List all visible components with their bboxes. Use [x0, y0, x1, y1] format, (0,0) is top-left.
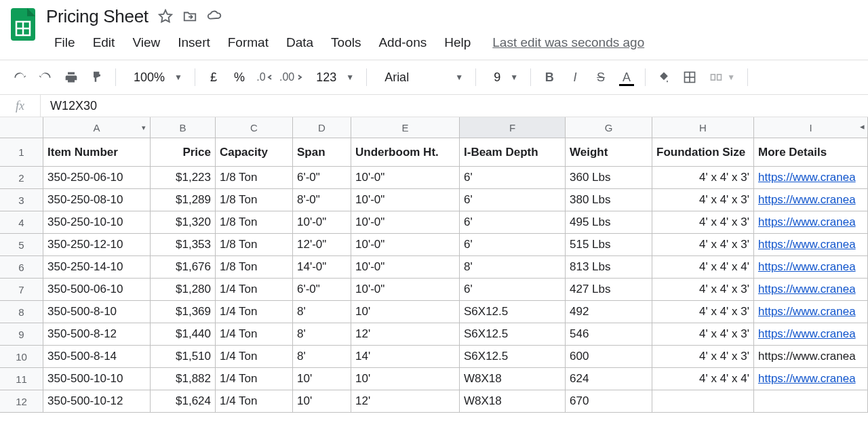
cell[interactable]: Foundation Size [652, 138, 754, 166]
menu-format[interactable]: Format [220, 31, 277, 54]
menu-tools[interactable]: Tools [323, 31, 369, 54]
cell[interactable]: 6'-0" [293, 279, 351, 300]
cell[interactable]: $1,353 [151, 234, 216, 255]
cell[interactable]: 4' x 4' x 4' [652, 256, 754, 278]
fill-color-button[interactable] [652, 66, 675, 89]
redo-button[interactable] [34, 66, 57, 89]
menu-file[interactable]: File [46, 31, 83, 54]
cell-link[interactable]: https://www.cranea [754, 256, 868, 278]
cell[interactable]: 1/4 Ton [216, 346, 293, 367]
cell[interactable]: 813 Lbs [566, 256, 652, 278]
cell-link[interactable] [754, 390, 868, 412]
cell[interactable]: 10'-0" [351, 211, 460, 233]
cell[interactable]: 4' x 4' x 3' [652, 234, 754, 255]
menu-addons[interactable]: Add-ons [370, 31, 435, 54]
cell[interactable]: 350-500-8-14 [43, 346, 151, 367]
cell[interactable]: 6'-0" [293, 167, 351, 188]
cell[interactable]: 624 [566, 368, 652, 390]
col-header-i[interactable]: I◂ [754, 117, 868, 138]
cell[interactable]: 1/4 Ton [216, 390, 293, 412]
cell[interactable]: 4' x 4' x 3' [652, 189, 754, 211]
cell[interactable]: $1,280 [151, 279, 216, 300]
row-header[interactable]: 6 [0, 256, 43, 278]
cell[interactable]: 546 [566, 323, 652, 345]
row-header[interactable]: 1 [0, 138, 43, 166]
document-title[interactable]: Pricing Sheet [46, 6, 149, 27]
cell[interactable]: 670 [566, 390, 652, 412]
cell[interactable]: 360 Lbs [566, 167, 652, 188]
cloud-status-icon[interactable] [207, 9, 222, 24]
cell[interactable]: 1/8 Ton [216, 189, 293, 211]
cell-link[interactable]: https://www.cranea [754, 279, 868, 300]
last-edit-link[interactable]: Last edit was seconds ago [492, 35, 644, 50]
cell-link[interactable]: https://www.cranea [754, 323, 868, 345]
cell[interactable]: 1/8 Ton [216, 211, 293, 233]
cell[interactable]: W8X18 [460, 390, 566, 412]
cell[interactable]: 8' [293, 301, 351, 323]
cell[interactable]: 4' x 4' x 4' [652, 368, 754, 390]
row-header[interactable]: 4 [0, 211, 43, 233]
cell-link[interactable]: https://www.cranea [754, 346, 868, 367]
decrease-decimal-button[interactable]: .0 [254, 66, 277, 89]
cell-link[interactable]: https://www.cranea [754, 368, 868, 390]
cell[interactable]: 4' x 4' x 3' [652, 211, 754, 233]
menu-view[interactable]: View [124, 31, 168, 54]
cell[interactable]: 350-250-08-10 [43, 189, 151, 211]
cell[interactable]: Price [151, 138, 216, 166]
zoom-selector[interactable]: 100%▼ [123, 70, 188, 85]
cell[interactable]: $1,510 [151, 346, 216, 367]
cell[interactable]: 1/8 Ton [216, 256, 293, 278]
move-folder-icon[interactable] [182, 9, 197, 24]
col-header-f[interactable]: F [460, 117, 566, 138]
cell[interactable] [652, 390, 754, 412]
cell[interactable]: 12' [351, 323, 460, 345]
cell[interactable]: 1/4 Ton [216, 323, 293, 345]
menu-edit[interactable]: Edit [85, 31, 123, 54]
col-header-c[interactable]: C [216, 117, 293, 138]
menu-help[interactable]: Help [436, 31, 479, 54]
cell[interactable]: 10'-0" [351, 167, 460, 188]
italic-button[interactable]: I [564, 66, 587, 89]
cell[interactable]: 12' [351, 390, 460, 412]
col-header-b[interactable]: B [151, 117, 216, 138]
cell[interactable]: 350-250-06-10 [43, 167, 151, 188]
cell-link[interactable]: https://www.cranea [754, 301, 868, 323]
cell[interactable]: 1/8 Ton [216, 234, 293, 255]
cell-link[interactable]: https://www.cranea [754, 167, 868, 188]
cell[interactable]: $1,624 [151, 390, 216, 412]
cell[interactable]: 427 Lbs [566, 279, 652, 300]
cell[interactable]: $1,676 [151, 256, 216, 278]
cell[interactable]: 10'-0" [293, 211, 351, 233]
undo-button[interactable] [8, 66, 31, 89]
cell[interactable]: 350-500-10-12 [43, 390, 151, 412]
cell[interactable]: 4' x 4' x 3' [652, 323, 754, 345]
cell[interactable]: 515 Lbs [566, 234, 652, 255]
row-header[interactable]: 11 [0, 368, 43, 390]
cell[interactable]: 1/8 Ton [216, 167, 293, 188]
text-color-button[interactable]: A [615, 66, 638, 89]
star-icon[interactable] [158, 9, 173, 24]
cell[interactable]: 8' [293, 323, 351, 345]
cell[interactable]: 1/4 Ton [216, 368, 293, 390]
cell[interactable]: More Details [754, 138, 868, 166]
cell-link[interactable]: https://www.cranea [754, 189, 868, 211]
cell[interactable]: $1,369 [151, 301, 216, 323]
borders-button[interactable] [678, 66, 701, 89]
row-header[interactable]: 12 [0, 390, 43, 412]
cell[interactable]: S6X12.5 [460, 301, 566, 323]
sheets-logo-icon[interactable] [8, 5, 38, 43]
row-header[interactable]: 3 [0, 189, 43, 211]
cell[interactable]: $1,320 [151, 211, 216, 233]
print-button[interactable] [60, 66, 83, 89]
row-header[interactable]: 10 [0, 346, 43, 367]
cell[interactable]: 350-500-8-10 [43, 301, 151, 323]
merge-cells-button[interactable]: ▼ [704, 70, 741, 84]
col-header-h[interactable]: H [652, 117, 754, 138]
cell-link[interactable]: https://www.cranea [754, 234, 868, 255]
cell[interactable]: 1/4 Ton [216, 301, 293, 323]
cell[interactable]: 600 [566, 346, 652, 367]
font-selector[interactable]: Arial▼ [374, 70, 469, 85]
col-dropdown-icon[interactable]: ▾ [142, 123, 146, 132]
menu-data[interactable]: Data [278, 31, 321, 54]
currency-format-button[interactable]: £ [202, 66, 225, 89]
